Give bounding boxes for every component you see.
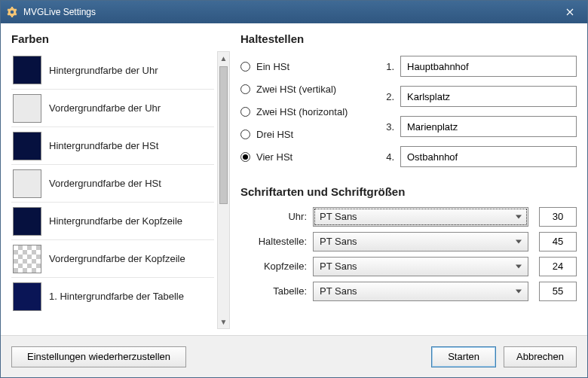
close-icon [566,8,574,16]
radio-label: Vier HSt [256,151,292,163]
color-label: 1. Hintergrundfarbe der Tabelle [49,291,184,302]
color-swatch[interactable] [13,132,41,160]
scroll-track[interactable] [218,65,229,316]
font-label: Haltestelle: [240,236,307,247]
colors-heading: Farben [11,32,230,45]
radio-icon [240,107,250,117]
color-row[interactable]: 1. Hintergrundfarbe der Tabelle [11,277,214,315]
color-row[interactable]: Hintergrundfarbe der Kopfzeile [11,202,214,239]
stop-number: 3. [382,121,394,133]
font-row: Uhr:PT Sans [240,204,577,229]
color-row[interactable]: Vordergrundfarbe der Uhr [11,89,214,127]
font-label: Tabelle: [240,285,307,297]
font-family-select[interactable]: PT Sans [313,207,528,227]
color-label: Vordergrundfarbe der HSt [49,178,161,189]
font-size-input[interactable] [539,282,577,301]
font-row: Tabelle:PT Sans [240,279,577,303]
scroll-thumb[interactable] [219,66,228,204]
stop-line: 3. [382,111,577,142]
color-swatch[interactable] [13,282,41,311]
color-list-container: Hintergrundfarbe der UhrVordergrundfarbe… [11,51,230,329]
color-swatch[interactable] [13,56,41,84]
color-label: Hintergrundfarbe der Kopfzeile [49,215,182,227]
fonts-heading: Schriftarten und Schriftgrößen [240,185,577,198]
color-label: Vordergrundfarbe der Kopfzeile [49,253,185,264]
stop-count-option[interactable]: Ein HSt [240,55,369,78]
settings-window: MVGLive Settings Farben Hintergrundfarbe… [0,0,588,378]
stop-input-2[interactable] [400,86,577,107]
stop-number: 4. [382,151,394,163]
color-row[interactable]: Vordergrundfarbe der HSt [11,164,214,202]
app-icon [7,7,17,17]
close-button[interactable] [553,1,587,23]
stop-count-option[interactable]: Zwei HSt (horizontal) [240,100,369,123]
stop-input-3[interactable] [400,116,577,137]
font-size-input[interactable] [539,232,577,251]
titlebar: MVGLive Settings [1,1,587,23]
stop-line: 2. [382,81,577,111]
dialog-footer: Einstellungen wiederherzustellen Starten… [1,335,587,377]
content-area: Farben Hintergrundfarbe der UhrVordergru… [1,23,587,335]
radio-label: Zwei HSt (horizontal) [256,106,348,117]
font-size-input[interactable] [539,257,577,276]
stop-input-4[interactable] [400,146,577,167]
font-label: Uhr: [240,211,307,222]
start-button[interactable]: Starten [431,346,496,367]
window-title: MVGLive Settings [23,7,553,17]
color-row[interactable]: Hintergrundfarbe der HSt [11,127,214,164]
font-label: Kopfzeile: [240,261,307,272]
radio-label: Ein HSt [256,61,289,72]
fonts-panel: Schriftarten und Schriftgrößen Uhr:PT Sa… [240,185,577,303]
stops-row: Ein HStZwei HSt (vertikal)Zwei HSt (hori… [240,51,577,172]
color-list-scrollbar[interactable]: ▲ ▼ [217,51,230,329]
right-panel: Haltestellen Ein HStZwei HSt (vertikal)Z… [240,32,577,329]
color-label: Vordergrundfarbe der Uhr [49,102,161,114]
font-family-select[interactable]: PT Sans [313,232,528,251]
stop-input-1[interactable] [400,56,577,77]
stops-heading: Haltestellen [240,32,577,45]
stop-line: 1. [382,51,577,81]
radio-icon [240,62,250,72]
color-label: Hintergrundfarbe der Uhr [49,65,158,76]
cancel-button[interactable]: Abbrechen [504,346,577,367]
font-row: Haltestelle:PT Sans [240,229,577,254]
font-rows: Uhr:PT SansHaltestelle:PT SansKopfzeile:… [240,204,577,303]
stop-inputs: 1.2.3.4. [382,51,577,172]
radio-icon [240,130,250,139]
reset-button[interactable]: Einstellungen wiederherzustellen [11,346,186,367]
font-family-select[interactable]: PT Sans [313,257,528,276]
stop-count-option[interactable]: Zwei HSt (vertikal) [240,78,369,100]
color-swatch[interactable] [13,207,41,236]
stop-number: 2. [382,91,394,102]
color-swatch[interactable] [13,245,41,273]
font-family-select[interactable]: PT Sans [313,282,528,301]
stop-count-radios: Ein HStZwei HSt (vertikal)Zwei HSt (hori… [240,55,369,168]
colors-panel: Farben Hintergrundfarbe der UhrVordergru… [11,32,230,329]
color-swatch[interactable] [13,94,41,123]
color-row[interactable]: Hintergrundfarbe der Uhr [11,51,214,89]
font-size-input[interactable] [539,207,577,227]
stop-count-option[interactable]: Drei HSt [240,123,369,145]
color-swatch[interactable] [13,169,41,198]
color-label: Hintergrundfarbe der HSt [49,140,158,151]
radio-label: Drei HSt [256,129,293,140]
color-row[interactable]: Vordergrundfarbe der Kopfzeile [11,239,214,277]
font-row: Kopfzeile:PT Sans [240,254,577,279]
radio-icon [240,84,250,94]
radio-label: Zwei HSt (vertikal) [256,84,336,95]
stop-line: 4. [382,142,577,172]
color-list: Hintergrundfarbe der UhrVordergrundfarbe… [11,51,214,329]
stop-count-option[interactable]: Vier HSt [240,145,369,168]
radio-icon [240,152,250,162]
scroll-up-button[interactable]: ▲ [218,52,229,65]
scroll-down-button[interactable]: ▼ [218,316,229,328]
stop-number: 1. [382,61,394,72]
